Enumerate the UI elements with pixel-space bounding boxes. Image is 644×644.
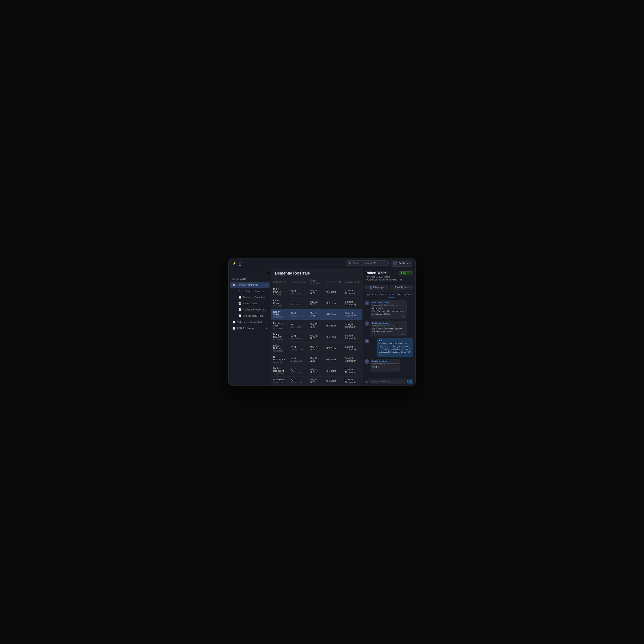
- table-row[interactable]: Elizabeth Smith 844212990 65 F Oct 1, 19…: [271, 320, 362, 331]
- chevron-down-icon: ▾: [409, 262, 410, 264]
- avatar: KS: [365, 321, 369, 326]
- table-row[interactable]: Robert White 958537745 72 M Dec 20, 1953…: [271, 309, 362, 320]
- status-label: Active: [403, 272, 409, 274]
- chat-role: Internist at St. Hill Medical Center: [372, 325, 405, 327]
- age-sex: 80 M: [291, 346, 306, 348]
- tab-ehr[interactable]: EHR: [396, 292, 403, 298]
- description: MRI Brain: [324, 385, 343, 386]
- share-patient-button[interactable]: ↑ Share Patient ▾: [390, 285, 413, 290]
- sidebar-item-label: All Cases: [236, 277, 247, 280]
- sidebar-item-follow-up[interactable]: 📋 Follow Up Complete: [236, 294, 270, 300]
- chat-sender: You: [379, 339, 412, 342]
- patient-name-row: Robert White Active ▾: [365, 271, 413, 275]
- sidebar-sub-items: ◔ In Progress / Needs... 📋 Follow Up Com…: [229, 288, 271, 319]
- user-name: Dr. Stern: [399, 262, 408, 264]
- known-icon: 📄: [238, 308, 241, 311]
- attach-icon[interactable]: 📎: [365, 380, 368, 383]
- dob: Dec 20, 1953: [291, 315, 306, 317]
- status-chevron: ▾: [410, 272, 411, 274]
- sidebar-item-in-progress[interactable]: ◔ In Progress / Needs...: [236, 288, 270, 294]
- table-row[interactable]: Maria Rodriguez 232323955 72 F Feb 28, 1…: [271, 365, 362, 377]
- dob: Oct 1, 1958: [291, 326, 306, 328]
- date-flagged: May 23, 2023: [308, 385, 324, 386]
- home-icon[interactable]: ⌂: [239, 261, 241, 266]
- chat-time: 08:53: [372, 333, 405, 335]
- user-area[interactable]: DS Dr. Stern ▾: [391, 260, 412, 267]
- aria-icon: 📄: [232, 327, 235, 330]
- institution: Skylight Community: [343, 354, 362, 365]
- chat-input[interactable]: [369, 379, 406, 384]
- patient-name: DJ Washington: [273, 356, 286, 361]
- patient-details: 72 y • Dec 20 1951 | Male: [365, 276, 413, 278]
- chat-bubble: Dr. Kristen Strauss Internist at St. Hil…: [371, 321, 407, 337]
- description: MRI Brain: [324, 365, 343, 377]
- age-sex: 61 M: [291, 357, 306, 360]
- description: MRI Brain: [324, 331, 343, 343]
- search-input[interactable]: [353, 262, 386, 264]
- tab-chat[interactable]: Chat: [388, 292, 395, 298]
- patient-mrn: 958537745: [273, 316, 286, 318]
- date-flagged: May 25, 2023: [308, 331, 324, 343]
- tab-summary[interactable]: Summary: [365, 292, 377, 298]
- date-flagged: May 24, 2023: [308, 365, 324, 377]
- sidebar-item-known[interactable]: 📄 Known / Already Re...: [236, 307, 270, 313]
- sidebar-item-dementia-referrals[interactable]: 🧠 Dementia Referrals ▾: [230, 282, 270, 288]
- institution: Skylight Community: [343, 343, 362, 354]
- description: MRI Brain: [324, 298, 343, 309]
- chat-role: Internist at St.Hill Medical Center: [372, 363, 399, 365]
- active-dot: [401, 272, 402, 274]
- table-row[interactable]: Anita Patel 230090568 72 F Mar 16, 1952 …: [271, 377, 362, 385]
- sidebar-item-alzheimers[interactable]: 📄 Alzheimer's Suspected ▾: [230, 319, 270, 325]
- patient-mrn: 23456678: [273, 305, 286, 307]
- sidebar-item-all-cases[interactable]: ☰ All Cases: [230, 276, 270, 282]
- table-row[interactable]: DJ Washington 840023727 61 M Jul 23, 196…: [271, 354, 362, 365]
- sidebar-section-label: ARIA Follow-up: [237, 327, 254, 329]
- table-row[interactable]: Ralph McAllister 84656719 75 M Nov 5, 19…: [271, 286, 362, 298]
- chat-bubble: You Happy to see the patient in clinic! …: [377, 338, 413, 357]
- content-area: Dementia Referrals NAME/MRN AGE/SEX/DOB …: [271, 268, 362, 386]
- chat-sender: Dr. Kristen Strauss: [372, 360, 399, 362]
- chat-message: KS Dr. Kristen Strauss Internist at St. …: [365, 321, 413, 337]
- patient-mrn: 953367878: [273, 350, 286, 352]
- search-icon: 🔍: [348, 262, 351, 264]
- table-row[interactable]: Laura Garcia 23456678 50 F Jun 12, 1973 …: [271, 298, 362, 309]
- description: MRI Brain: [324, 320, 343, 331]
- tab-imaging[interactable]: Imaging: [378, 292, 388, 298]
- dob: Jan 19, 1956: [291, 337, 306, 339]
- patient-name: Laura Garcia: [273, 299, 286, 304]
- description: MRI Brain: [324, 343, 343, 354]
- sidebar-item-aria[interactable]: 📄 ARIA Follow-up ▴: [230, 325, 270, 331]
- date-flagged: May 25, 2023: [308, 286, 324, 298]
- follow-up-icon: 👤: [369, 286, 372, 289]
- table-row[interactable]: Lester Holden 953367878 80 M Aug 10, 194…: [271, 343, 362, 354]
- col-date: DATE FLAGGED: [308, 278, 324, 286]
- send-button[interactable]: ➤: [407, 379, 413, 384]
- institution: Skylight Community: [343, 385, 362, 386]
- dob: Jun 12, 1973: [291, 303, 306, 306]
- patient-name: Robert White: [273, 310, 286, 316]
- patient-name: Anita Patel: [273, 378, 286, 381]
- patient-name: Lester Holden: [273, 344, 286, 349]
- sidebar-item-saved-cases[interactable]: 💾 Saved Cases: [236, 300, 270, 306]
- right-panel: Robert White Active ▾ 72 y • Dec 20 1951…: [362, 268, 415, 386]
- tab-referrals[interactable]: Referrals: [403, 292, 414, 298]
- table-row[interactable]: Jeff Vance 230745551 77 M Sep 12, 1946 M…: [271, 385, 362, 386]
- chat-message: You Happy to see the patient in clinic! …: [365, 338, 413, 357]
- institution: Skylight Community: [343, 298, 362, 309]
- patient-full-name: Robert White: [365, 271, 387, 275]
- status-badge[interactable]: Active ▾: [399, 271, 413, 275]
- table-row[interactable]: Brady McEwan 554843726 68 M Jan 19, 1956…: [271, 331, 362, 343]
- patient-mrn: 230090568: [273, 381, 286, 383]
- follow-up-button[interactable]: 👤 Follow-Up ▾: [365, 285, 388, 290]
- share-icon: ↑: [393, 286, 394, 289]
- patient-mrn: 840023727: [273, 361, 286, 363]
- chat-text: would really appreciate if you can take …: [372, 327, 405, 333]
- patient-header: Robert White Active ▾ 72 y • Dec 20 1951…: [362, 268, 415, 283]
- patient-mrn: 84656719: [273, 293, 286, 296]
- age-sex: 68 M: [291, 335, 306, 337]
- age-sex: 72 M: [291, 312, 306, 315]
- sidebar-item-unnecessary-flag[interactable]: 📄 Unnecessary Flag: [236, 313, 270, 319]
- dob: Aug 10, 1943: [291, 348, 306, 351]
- sidebar-item-label: In Progress / Needs...: [242, 290, 266, 292]
- sidebar-collapse-button[interactable]: ◀: [229, 270, 271, 276]
